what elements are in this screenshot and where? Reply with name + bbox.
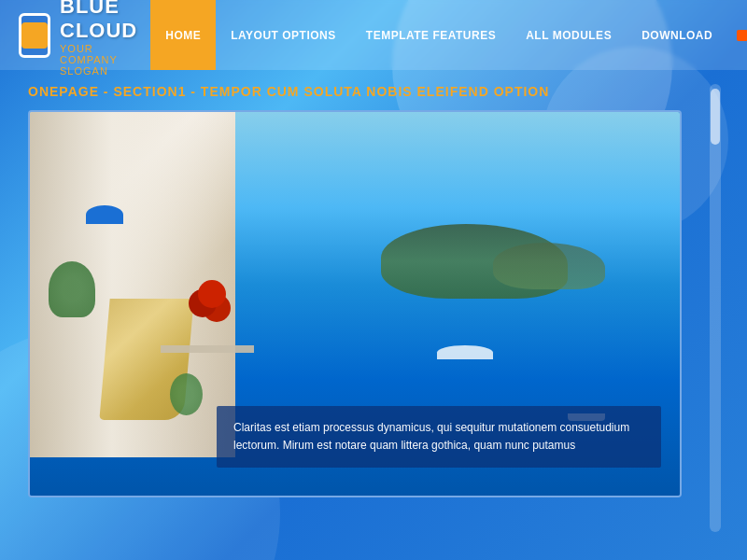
scrollbar-thumb[interactable] [711,89,720,145]
nav-item-all-modules[interactable]: ALL MODULES [511,0,627,70]
brand-name: BLUE CLOUD [60,0,150,43]
plant-2 [170,373,203,415]
island-2 [493,243,605,289]
nav-item-template-features[interactable]: TEMPLATE FEATURES [351,0,511,70]
red-flowers [198,280,226,308]
nav-item-layout-options[interactable]: LAYOUT OPTIONS [216,0,351,70]
nav-item-download[interactable]: DOWNLOAD [627,0,727,70]
terrace [161,345,254,353]
header: BLUE CLOUD YOUR COMPANY SLOGAN HOME LAYO… [0,0,747,70]
scene: Claritas est etiam processus dynamicus, … [30,112,680,496]
cruise-ship [437,345,493,359]
scrollbar-track[interactable] [710,84,721,532]
blue-dome [86,205,123,224]
logo-area: BLUE CLOUD YOUR COMPANY SLOGAN [19,0,150,77]
slideshow: Claritas est etiam processus dynamicus, … [28,110,682,497]
main-content: ONEPAGE - SECTION1 - TEMPOR CUM SOLUTA N… [0,70,747,511]
theme-color-dots [737,30,747,41]
nav-item-home[interactable]: HOME [150,0,216,70]
caption-text: Claritas est etiam processus dynamicus, … [233,419,644,455]
color-dot-orange[interactable] [737,30,747,41]
caption-overlay: Claritas est etiam processus dynamicus, … [217,406,661,468]
logo-text-area: BLUE CLOUD YOUR COMPANY SLOGAN [60,0,150,77]
main-nav: HOME LAYOUT OPTIONS TEMPLATE FEATURES AL… [150,0,747,70]
plant-1 [49,261,95,317]
section-title: ONEPAGE - SECTION1 - TEMPOR CUM SOLUTA N… [28,84,719,99]
logo-icon-inner [21,22,48,49]
logo-icon [19,13,50,58]
